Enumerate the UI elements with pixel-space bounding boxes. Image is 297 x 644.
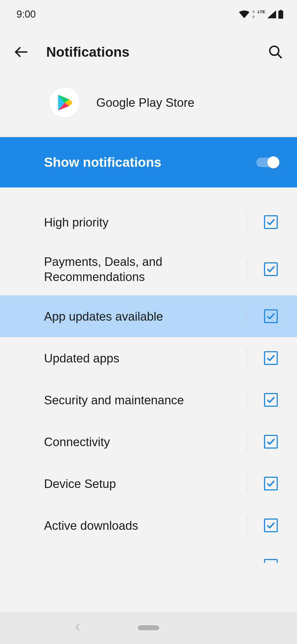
network-label: LTE xyxy=(258,9,265,14)
app-icon xyxy=(50,88,80,118)
category-checkbox[interactable] xyxy=(264,351,278,365)
wifi-icon xyxy=(239,10,249,18)
category-row-partial[interactable] xyxy=(0,546,297,563)
category-checkbox[interactable] xyxy=(264,435,278,449)
category-checkbox[interactable] xyxy=(264,393,278,407)
divider xyxy=(247,259,247,279)
category-row-connectivity[interactable]: Connectivity xyxy=(0,421,297,463)
divider xyxy=(247,212,247,232)
category-checkbox[interactable] xyxy=(264,477,278,490)
svg-rect-0 xyxy=(278,11,283,19)
arrows-icon xyxy=(252,10,255,18)
category-label: Security and maintenance xyxy=(44,392,239,408)
check-icon xyxy=(266,353,276,363)
play-store-icon xyxy=(57,94,73,111)
category-checkbox[interactable] xyxy=(264,309,278,323)
divider xyxy=(247,559,247,563)
divider xyxy=(247,474,247,493)
signal-icon xyxy=(267,10,276,18)
category-checkbox[interactable] xyxy=(264,215,278,229)
divider xyxy=(247,432,247,452)
check-icon xyxy=(266,217,276,227)
arrow-left-icon xyxy=(14,45,29,59)
check-icon xyxy=(266,395,276,405)
divider xyxy=(247,348,247,368)
category-row-security[interactable]: Security and maintenance xyxy=(0,379,297,421)
category-label: Payments, Deals, and Recommendations xyxy=(44,254,239,284)
check-icon xyxy=(266,264,276,274)
header: Notifications xyxy=(0,25,297,77)
category-row-device-setup[interactable]: Device Setup xyxy=(0,463,297,504)
page-title: Notifications xyxy=(46,44,268,60)
svg-point-3 xyxy=(270,46,279,55)
divider xyxy=(247,390,247,410)
status-icons: LTE xyxy=(239,10,283,19)
divider xyxy=(247,306,247,326)
search-button[interactable] xyxy=(268,44,283,60)
category-list: High priority Payments, Deals, and Recom… xyxy=(0,187,297,563)
divider xyxy=(247,515,247,535)
back-button[interactable] xyxy=(14,45,29,59)
category-checkbox[interactable] xyxy=(264,519,278,532)
nav-home-pill[interactable] xyxy=(138,625,159,630)
search-icon xyxy=(268,44,283,60)
category-label: Connectivity xyxy=(44,434,239,449)
check-icon xyxy=(266,312,276,321)
category-label: Active downloads xyxy=(44,518,239,533)
battery-icon xyxy=(278,10,283,19)
category-label: Device Setup xyxy=(44,476,239,491)
category-row-app-updates[interactable]: App updates available xyxy=(0,295,297,337)
category-checkbox[interactable] xyxy=(264,559,278,563)
master-toggle-row[interactable]: Show notifications xyxy=(0,137,297,187)
category-label: Updated apps xyxy=(44,351,239,366)
category-label: High priority xyxy=(44,215,239,230)
master-toggle-switch[interactable] xyxy=(256,158,278,167)
status-time: 9:00 xyxy=(16,9,36,20)
master-toggle-label: Show notifications xyxy=(44,155,256,170)
navigation-bar xyxy=(0,612,297,644)
category-checkbox[interactable] xyxy=(264,262,278,276)
status-bar: 9:00 LTE xyxy=(0,0,297,25)
category-row-updated-apps[interactable]: Updated apps xyxy=(0,337,297,379)
check-icon xyxy=(266,479,276,488)
category-row-high-priority[interactable]: High priority xyxy=(0,201,297,243)
app-identity: Google Play Store xyxy=(0,77,297,137)
svg-line-4 xyxy=(277,54,282,58)
check-icon xyxy=(266,437,276,446)
chevron-left-icon xyxy=(74,623,81,631)
list-spacer xyxy=(0,187,297,201)
app-name: Google Play Store xyxy=(96,96,194,110)
nav-back-button[interactable] xyxy=(74,623,81,632)
category-row-active-downloads[interactable]: Active downloads xyxy=(0,504,297,546)
svg-rect-1 xyxy=(280,10,282,11)
category-label: App updates available xyxy=(44,309,239,324)
check-icon xyxy=(266,521,276,530)
category-row-payments[interactable]: Payments, Deals, and Recommendations xyxy=(0,243,297,295)
